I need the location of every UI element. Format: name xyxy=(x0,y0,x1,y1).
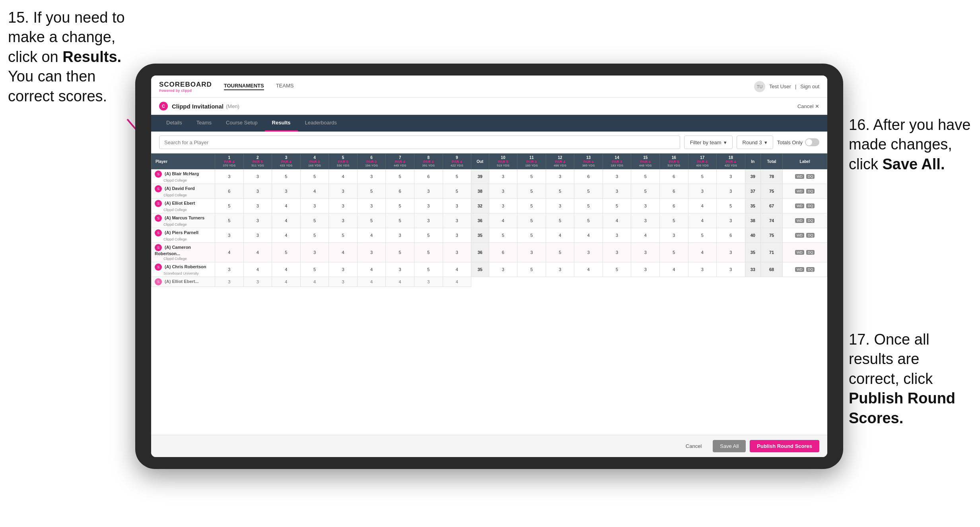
hole-5-score[interactable]: 4 xyxy=(329,243,358,262)
hole-10-score[interactable]: 3 xyxy=(489,262,517,277)
nav-tournaments[interactable]: TOURNAMENTS xyxy=(224,83,264,90)
hole-5-score[interactable]: 4 xyxy=(329,169,358,184)
hole-7-score[interactable]: 3 xyxy=(386,262,414,277)
hole-5-score[interactable]: 3 xyxy=(329,277,358,287)
hole-3-score[interactable]: 4 xyxy=(272,228,301,243)
hole-18-score[interactable]: 3 xyxy=(717,169,745,184)
hole-2-score[interactable]: 3 xyxy=(243,184,272,199)
wd-button[interactable]: WD xyxy=(795,203,804,208)
cancel-tournament-button[interactable]: Cancel ✕ xyxy=(797,103,819,109)
hole-17-score[interactable]: 3 xyxy=(688,262,717,277)
hole-3-score[interactable]: 4 xyxy=(272,213,301,228)
hole-14-score[interactable]: 3 xyxy=(603,243,631,262)
hole-18-score[interactable]: 5 xyxy=(717,199,745,213)
hole-17-score[interactable]: 4 xyxy=(688,213,717,228)
dq-button[interactable]: DQ xyxy=(806,250,815,255)
hole-1-score[interactable]: 3 xyxy=(215,277,244,287)
hole-14-score[interactable]: 3 xyxy=(603,228,631,243)
hole-12-score[interactable]: 4 xyxy=(546,228,574,243)
hole-4-score[interactable]: 4 xyxy=(300,277,329,287)
hole-1-score[interactable]: 3 xyxy=(215,262,244,277)
hole-7-score[interactable]: 3 xyxy=(386,228,414,243)
hole-9-score[interactable]: 3 xyxy=(443,199,471,213)
hole-12-score[interactable]: 5 xyxy=(546,243,574,262)
hole-11-score[interactable]: 5 xyxy=(517,199,546,213)
hole-14-score[interactable]: 4 xyxy=(603,213,631,228)
hole-7-score[interactable]: 5 xyxy=(386,213,414,228)
hole-1-score[interactable]: 5 xyxy=(215,199,244,213)
hole-16-score[interactable]: 5 xyxy=(660,243,688,262)
tab-leaderboards[interactable]: Leaderboards xyxy=(298,115,344,132)
toggle-switch[interactable] xyxy=(805,138,819,146)
hole-15-score[interactable]: 5 xyxy=(631,169,660,184)
hole-7-score[interactable]: 5 xyxy=(386,199,414,213)
hole-4-score[interactable]: 4 xyxy=(300,184,329,199)
dq-button[interactable]: DQ xyxy=(806,189,815,194)
hole-13-score[interactable]: 5 xyxy=(574,213,603,228)
hole-10-score[interactable]: 5 xyxy=(489,228,517,243)
hole-3-score[interactable]: 5 xyxy=(272,243,301,262)
hole-16-score[interactable]: 4 xyxy=(660,262,688,277)
hole-4-score[interactable]: 3 xyxy=(300,243,329,262)
hole-11-score[interactable]: 5 xyxy=(517,184,546,199)
hole-3-score[interactable]: 4 xyxy=(272,262,301,277)
hole-13-score[interactable]: 4 xyxy=(574,262,603,277)
hole-6-score[interactable]: 3 xyxy=(357,169,386,184)
hole-8-score[interactable]: 3 xyxy=(414,199,443,213)
cancel-action-button[interactable]: Cancel xyxy=(679,440,709,452)
hole-8-score[interactable]: 3 xyxy=(414,277,443,287)
hole-17-score[interactable]: 5 xyxy=(688,169,717,184)
hole-6-score[interactable]: 3 xyxy=(357,243,386,262)
hole-13-score[interactable]: 4 xyxy=(574,228,603,243)
hole-11-score[interactable]: 5 xyxy=(517,169,546,184)
hole-11-score[interactable]: 5 xyxy=(517,262,546,277)
hole-15-score[interactable]: 3 xyxy=(631,213,660,228)
hole-12-score[interactable]: 3 xyxy=(546,199,574,213)
hole-8-score[interactable]: 3 xyxy=(414,184,443,199)
search-input[interactable] xyxy=(159,136,680,149)
hole-2-score[interactable]: 3 xyxy=(243,169,272,184)
hole-18-score[interactable]: 3 xyxy=(717,262,745,277)
hole-12-score[interactable]: 3 xyxy=(546,169,574,184)
hole-15-score[interactable]: 5 xyxy=(631,184,660,199)
nav-teams[interactable]: TEAMS xyxy=(276,83,294,90)
wd-button[interactable]: WD xyxy=(795,174,804,179)
hole-1-score[interactable]: 3 xyxy=(215,169,244,184)
hole-5-score[interactable]: 3 xyxy=(329,184,358,199)
hole-3-score[interactable]: 4 xyxy=(272,199,301,213)
hole-11-score[interactable]: 3 xyxy=(517,243,546,262)
hole-8-score[interactable]: 5 xyxy=(414,262,443,277)
hole-6-score[interactable]: 4 xyxy=(357,277,386,287)
hole-10-score[interactable]: 3 xyxy=(489,169,517,184)
hole-17-score[interactable]: 4 xyxy=(688,199,717,213)
hole-9-score[interactable]: 3 xyxy=(443,243,471,262)
hole-17-score[interactable]: 4 xyxy=(688,243,717,262)
hole-18-score[interactable]: 3 xyxy=(717,213,745,228)
hole-1-score[interactable]: 5 xyxy=(215,213,244,228)
hole-10-score[interactable]: 4 xyxy=(489,213,517,228)
dq-button[interactable]: DQ xyxy=(806,267,815,272)
save-all-button[interactable]: Save All xyxy=(713,440,746,452)
wd-button[interactable]: WD xyxy=(795,267,804,272)
hole-1-score[interactable]: 3 xyxy=(215,228,244,243)
hole-3-score[interactable]: 4 xyxy=(272,277,301,287)
wd-button[interactable]: WD xyxy=(795,189,804,194)
hole-13-score[interactable]: 5 xyxy=(574,199,603,213)
hole-7-score[interactable]: 6 xyxy=(386,184,414,199)
hole-5-score[interactable]: 3 xyxy=(329,213,358,228)
tab-teams[interactable]: Teams xyxy=(189,115,219,132)
hole-4-score[interactable]: 5 xyxy=(300,262,329,277)
totals-only-toggle[interactable]: Totals Only xyxy=(777,138,819,146)
hole-14-score[interactable]: 5 xyxy=(603,199,631,213)
hole-10-score[interactable]: 3 xyxy=(489,199,517,213)
hole-15-score[interactable]: 4 xyxy=(631,228,660,243)
hole-2-score[interactable]: 3 xyxy=(243,213,272,228)
hole-4-score[interactable]: 5 xyxy=(300,228,329,243)
hole-15-score[interactable]: 3 xyxy=(631,243,660,262)
hole-11-score[interactable]: 5 xyxy=(517,228,546,243)
hole-13-score[interactable]: 6 xyxy=(574,169,603,184)
hole-13-score[interactable]: 3 xyxy=(574,243,603,262)
hole-9-score[interactable]: 3 xyxy=(443,213,471,228)
hole-6-score[interactable]: 5 xyxy=(357,184,386,199)
wd-button[interactable]: WD xyxy=(795,218,804,223)
